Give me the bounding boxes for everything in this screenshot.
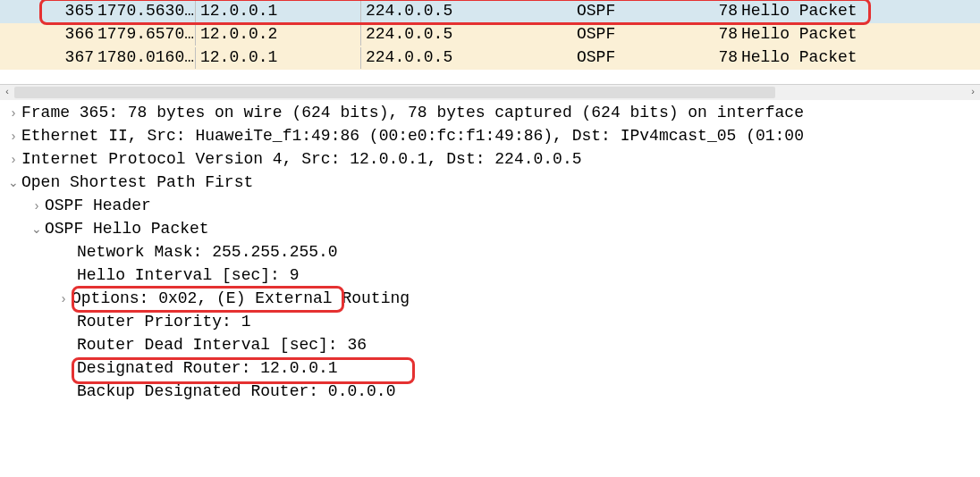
col-source: 12.0.0.1 — [197, 46, 362, 69]
tree-label: Ethernet II, Src: HuaweiTe_f1:49:86 (00:… — [21, 125, 804, 147]
packet-row[interactable]: 367 1780.0160… 12.0.0.1 224.0.0.5 OSPF 7… — [0, 46, 980, 70]
col-no: 366 — [0, 23, 94, 46]
col-protocol: OSPF — [577, 0, 693, 22]
tree-router-priority[interactable]: Router Priority: 1 — [0, 311, 980, 334]
chevron-down-icon: ⌄ — [5, 174, 21, 192]
tree-ethernet[interactable]: › Ethernet II, Src: HuaweiTe_f1:49:86 (0… — [0, 125, 980, 148]
chevron-right-icon: › — [55, 290, 72, 308]
tree-designated-router[interactable]: Designated Router: 12.0.0.1 — [0, 357, 980, 381]
tree-label: Internet Protocol Version 4, Src: 12.0.0… — [21, 148, 582, 171]
chevron-right-icon: › — [5, 105, 21, 122]
col-time: 1770.5630… — [94, 0, 197, 22]
col-protocol: OSPF — [577, 46, 693, 69]
col-length: 78 — [693, 46, 738, 69]
col-destination: 224.0.0.5 — [362, 46, 577, 69]
col-info: Hello Packet — [738, 46, 980, 69]
packet-list: 365 1770.5630… 12.0.0.1 224.0.0.5 OSPF 7… — [0, 0, 980, 84]
packet-row[interactable]: 365 1770.5630… 12.0.0.1 224.0.0.5 OSPF 7… — [0, 0, 980, 23]
tree-label: Frame 365: 78 bytes on wire (624 bits), … — [21, 102, 804, 124]
col-info: Hello Packet — [738, 23, 980, 46]
tree-label: Open Shortest Path First — [21, 172, 253, 194]
tree-label: Hello Interval [sec]: 9 — [77, 264, 299, 287]
chevron-right-icon: › — [5, 151, 21, 169]
scroll-left-icon[interactable]: ‹ — [0, 85, 14, 100]
tree-label: Network Mask: 255.255.255.0 — [77, 241, 338, 264]
packet-list-gap — [0, 70, 980, 84]
tree-options[interactable]: › Options: 0x02, (E) External Routing — [0, 288, 980, 311]
tree-label: Backup Designated Router: 0.0.0.0 — [77, 381, 395, 403]
tree-ospf-header[interactable]: › OSPF Header — [0, 195, 980, 218]
tree-label: Router Dead Interval [sec]: 36 — [77, 334, 367, 356]
tree-hello-interval[interactable]: Hello Interval [sec]: 9 — [0, 264, 980, 288]
packet-row[interactable]: 366 1779.6570… 12.0.0.2 224.0.0.5 OSPF 7… — [0, 23, 980, 46]
scroll-track[interactable] — [14, 85, 966, 100]
col-protocol: OSPF — [577, 23, 693, 46]
tree-label: OSPF Header — [45, 195, 151, 217]
tree-label: Designated Router: 12.0.0.1 — [77, 357, 338, 380]
packet-details: › Frame 365: 78 bytes on wire (624 bits)… — [0, 100, 980, 404]
col-time: 1780.0160… — [94, 46, 197, 69]
col-info: Hello Packet — [738, 0, 980, 22]
chevron-right-icon: › — [29, 197, 45, 215]
tree-ospf-hello[interactable]: ⌄ OSPF Hello Packet — [0, 218, 980, 241]
tree-frame[interactable]: › Frame 365: 78 bytes on wire (624 bits)… — [0, 102, 980, 125]
tree-backup-designated-router[interactable]: Backup Designated Router: 0.0.0.0 — [0, 381, 980, 404]
col-destination: 224.0.0.5 — [362, 0, 577, 22]
col-source: 12.0.0.2 — [197, 23, 362, 46]
tree-label: OSPF Hello Packet — [45, 218, 209, 240]
tree-network-mask[interactable]: Network Mask: 255.255.255.0 — [0, 241, 980, 264]
tree-label: Options: 0x02, (E) External Routing — [72, 288, 410, 310]
col-no: 365 — [0, 0, 94, 22]
col-time: 1779.6570… — [94, 23, 197, 46]
col-length: 78 — [693, 23, 738, 46]
col-no: 367 — [0, 46, 94, 69]
tree-dead-interval[interactable]: Router Dead Interval [sec]: 36 — [0, 334, 980, 357]
tree-ip[interactable]: › Internet Protocol Version 4, Src: 12.0… — [0, 148, 980, 172]
chevron-down-icon: ⌄ — [29, 221, 45, 238]
scroll-thumb[interactable] — [14, 87, 775, 98]
col-source: 12.0.0.1 — [197, 0, 362, 22]
horizontal-scrollbar[interactable]: ‹ › — [0, 84, 980, 100]
chevron-right-icon: › — [5, 128, 21, 146]
scroll-right-icon[interactable]: › — [966, 85, 980, 100]
col-length: 78 — [693, 0, 738, 22]
col-destination: 224.0.0.5 — [362, 23, 577, 46]
tree-label: Router Priority: 1 — [77, 311, 250, 333]
tree-ospf[interactable]: ⌄ Open Shortest Path First — [0, 172, 980, 195]
